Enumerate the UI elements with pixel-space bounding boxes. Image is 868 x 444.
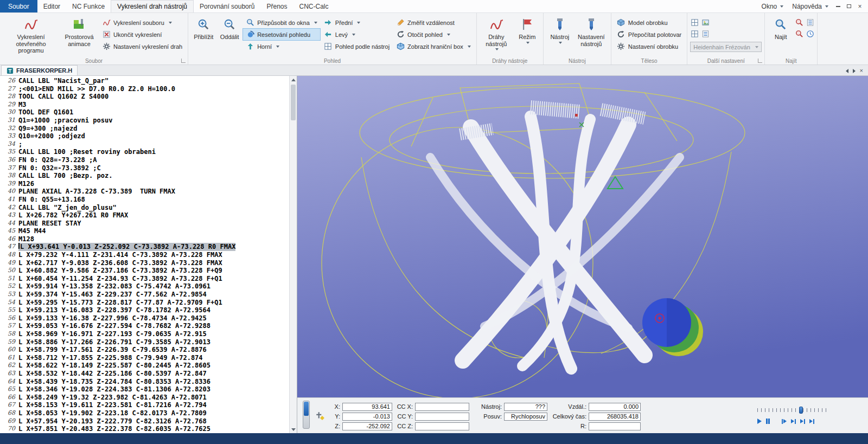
dialog-launcher-icon[interactable] bbox=[758, 59, 762, 63]
x-value-field[interactable]: 93.641 bbox=[342, 403, 392, 411]
view-by-tool-button[interactable]: Pohled podle nástroj bbox=[321, 41, 392, 52]
code-line[interactable]: 66L X+58.249 Y-19.32 Z-223.982 C-81.4263… bbox=[0, 394, 289, 402]
radius-value-field[interactable] bbox=[589, 422, 641, 430]
minimize-button[interactable] bbox=[833, 0, 843, 12]
code-line[interactable]: 68L X+58.053 Y-19.902 Z-223.18 C-82.0173… bbox=[0, 409, 289, 417]
code-line[interactable]: 63L X+58.532 Y-18.442 Z-225.186 C-80.539… bbox=[0, 370, 289, 378]
code-line[interactable]: 45M45 M44 bbox=[0, 227, 289, 235]
code-line[interactable]: 57L X+59.053 Y-16.676 Z-227.594 C-78.768… bbox=[0, 322, 289, 330]
code-line[interactable]: 44PLANE RESET STAY bbox=[0, 220, 289, 228]
bounding-box-button[interactable]: Zobrazit hraniční box bbox=[393, 41, 474, 52]
menu-tab[interactable]: CNC-Calc bbox=[293, 0, 334, 12]
code-line[interactable]: 33Q10=+2000 ;odjezd bbox=[0, 132, 289, 140]
top-view-button[interactable]: Horní bbox=[243, 41, 320, 52]
code-line[interactable]: 58L X+58.969 Y-16.971 Z-227.193 C-79.063… bbox=[0, 330, 289, 338]
code-line[interactable]: 26CALL LBL "Nacist_Q_par" bbox=[0, 77, 289, 85]
code-line[interactable]: 67L X+58.153 Y-19.611 Z-223.581 C-81.721… bbox=[0, 401, 289, 409]
ccy-value-field[interactable] bbox=[415, 413, 469, 421]
menu-tab[interactable]: Editor bbox=[37, 0, 66, 12]
previous-tab-icon[interactable] bbox=[846, 69, 848, 73]
restore-button[interactable] bbox=[844, 0, 854, 12]
drawing-settings-button[interactable]: Nastavení vykreslení drah bbox=[99, 41, 185, 52]
distance-value-field[interactable]: 0.000 bbox=[589, 403, 641, 411]
feed-value-field[interactable]: Rychloposuv bbox=[504, 413, 547, 421]
find-next-icon[interactable] bbox=[795, 29, 803, 38]
end-drawing-button[interactable]: Ukončit vykreslení bbox=[99, 29, 185, 40]
code-line[interactable]: 39M126 bbox=[0, 180, 289, 188]
document-tab[interactable]: FRASERKORPER.H bbox=[1, 65, 78, 75]
code-line[interactable]: 69L X+57.954 Y-20.193 Z-222.779 C-82.312… bbox=[0, 417, 289, 426]
scroll-down-icon[interactable] bbox=[290, 426, 297, 433]
play-button[interactable] bbox=[757, 417, 762, 425]
step-block-button[interactable] bbox=[800, 417, 805, 425]
code-line[interactable]: 55L X+59.213 Y-16.083 Z-228.397 C-78.178… bbox=[0, 306, 289, 314]
code-line[interactable]: 35CALL LBL 100 ;Reset roviny obrabeni bbox=[0, 148, 289, 156]
code-line[interactable]: 61L X+58.712 Y-17.855 Z-225.988 C-79.949… bbox=[0, 354, 289, 362]
machine-type-select[interactable]: Heidenhain Frézován bbox=[690, 42, 762, 52]
code-line[interactable]: 28TOOL CALL Q1602 Z S4000 bbox=[0, 93, 289, 101]
code-line[interactable]: 48L X+79.232 Y-4.111 Z-231.414 C-73.3892… bbox=[0, 251, 289, 259]
code-line[interactable]: 36FN 0: Q28=-73.228 ;A bbox=[0, 156, 289, 164]
find-button[interactable]: Najít bbox=[768, 15, 794, 56]
ccz-value-field[interactable] bbox=[415, 422, 469, 430]
code-line[interactable]: 62L X+58.622 Y-18.149 Z-225.587 C-80.244… bbox=[0, 362, 289, 370]
scroll-up-icon[interactable] bbox=[290, 76, 297, 83]
tool-value-field[interactable]: ??? bbox=[504, 403, 547, 411]
grid-toggle-icon[interactable] bbox=[690, 29, 699, 38]
simulation-position-slider[interactable] bbox=[757, 407, 829, 414]
nc-code-editor[interactable]: 26CALL LBL "Nacist_Q_par"27;<001>END MIL… bbox=[0, 76, 289, 433]
ccx-value-field[interactable] bbox=[415, 403, 469, 411]
y-value-field[interactable]: -0.013 bbox=[342, 413, 392, 421]
toolpaths-button[interactable]: Dráhy nástrojů bbox=[480, 15, 513, 56]
code-line[interactable]: 31Q1=+1000 ;pracovni posuv bbox=[0, 117, 289, 125]
rotate-view-button[interactable]: Otočit pohled bbox=[393, 29, 474, 40]
code-line[interactable]: 53L X+59.374 Y-15.463 Z-229.237 C-77.562… bbox=[0, 291, 289, 299]
code-line[interactable]: 49L X+62.717 Y-9.038 Z-236.608 C-73.3892… bbox=[0, 259, 289, 267]
step-toolchange-button[interactable] bbox=[809, 417, 814, 425]
position-slider-thumb[interactable] bbox=[799, 407, 803, 414]
menu-tab[interactable]: Porovnání souborů bbox=[194, 0, 260, 12]
scrollbar-thumb[interactable] bbox=[291, 85, 296, 120]
fit-to-window-button[interactable]: Přizpůsobit do okna bbox=[243, 17, 320, 28]
pause-button[interactable] bbox=[766, 417, 770, 425]
menu-napoveda[interactable]: Nápověda bbox=[788, 3, 832, 10]
close-button[interactable]: × bbox=[855, 0, 865, 12]
code-line[interactable]: 56L X+59.133 Y-16.38 Z-227.996 C-78.4734… bbox=[0, 314, 289, 323]
workpiece-settings-button[interactable]: Nastavení obrobku bbox=[614, 41, 684, 52]
z-value-field[interactable]: -252.092 bbox=[342, 422, 392, 430]
front-view-button[interactable]: Přední bbox=[321, 17, 392, 28]
code-line[interactable]: 41FN 0: Q55=+13.168 bbox=[0, 196, 289, 204]
code-line[interactable]: 70L X+57.851 Y-20.483 Z-222.378 C-82.603… bbox=[0, 425, 289, 433]
code-line[interactable]: 29M3 bbox=[0, 101, 289, 109]
code-line[interactable]: 59L X+58.886 Y-17.266 Z-226.791 C-79.358… bbox=[0, 338, 289, 346]
code-scrollbar[interactable] bbox=[289, 76, 297, 433]
code-line[interactable]: 43L X+26.782 Y+267.261 R0 FMAX bbox=[0, 211, 289, 220]
code-line[interactable]: 52L X+59.914 Y-13.358 Z-232.083 C-75.474… bbox=[0, 282, 289, 291]
mode-button[interactable]: Režim bbox=[514, 15, 540, 56]
file-menu-button[interactable]: Soubor bbox=[0, 0, 37, 12]
left-view-button[interactable]: Levý bbox=[321, 29, 392, 40]
code-line[interactable]: 50L X+60.882 Y-9.586 Z-237.186 C-73.3892… bbox=[0, 267, 289, 275]
menu-tab[interactable]: Přenos bbox=[260, 0, 293, 12]
draw-file-button[interactable]: Vykreslení souboru bbox=[99, 17, 185, 28]
code-line[interactable]: 42CALL LBL "Z_jen_do_plusu" bbox=[0, 204, 289, 212]
tool-settings-button[interactable]: Nastavení nástrojů bbox=[575, 15, 608, 56]
axes-toggle-icon[interactable] bbox=[690, 18, 699, 27]
code-line[interactable]: 27;<001>END MILL >> D7.0 R0.0 Z2.0 H=100… bbox=[0, 85, 289, 93]
code-line[interactable]: 37FN 0: Q32=-73.3892 ;C bbox=[0, 164, 289, 172]
measure-distance-button[interactable]: Změřit vzdálenost bbox=[393, 17, 474, 28]
code-line[interactable]: 60L X+58.799 Y-17.561 Z-226.39 C-79.6539… bbox=[0, 346, 289, 354]
code-line[interactable]: 40PLANE AXIAL A-73.228 C-73.389 TURN FMA… bbox=[0, 188, 289, 196]
zoom-out-button[interactable]: Oddálit bbox=[217, 15, 242, 56]
find-results-list-icon[interactable] bbox=[806, 18, 814, 27]
recompute-stock-button[interactable]: Přepočítat polotovar bbox=[614, 29, 684, 40]
code-line[interactable]: 38CALL LBL 700 ;Bezp. poz. bbox=[0, 172, 289, 180]
code-line[interactable]: 46M128 bbox=[0, 235, 289, 243]
code-line[interactable]: 32Q9=+300 ;najezd bbox=[0, 125, 289, 133]
code-line[interactable]: 54L X+59.295 Y-15.773 Z-228.817 C-77.87 … bbox=[0, 299, 289, 307]
code-line[interactable]: 34; bbox=[0, 140, 289, 149]
workpiece-model-toggle[interactable]: Model obrobku bbox=[614, 17, 684, 28]
step-back-button[interactable] bbox=[782, 417, 787, 425]
draw-open-program-button[interactable]: Vykreslení otevřeného programu bbox=[3, 15, 59, 56]
code-line[interactable]: 47L X+93.641 Y-0.013 Z-252.092 C-73.3892… bbox=[0, 243, 289, 251]
